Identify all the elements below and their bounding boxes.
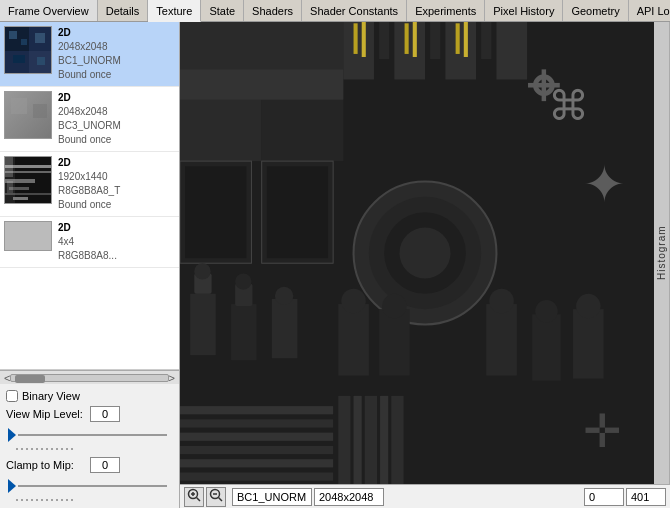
dot (66, 448, 68, 450)
svg-rect-66 (573, 309, 604, 378)
svg-rect-76 (365, 396, 377, 484)
texture-thumb-2 (4, 91, 52, 139)
tab-texture[interactable]: Texture (148, 0, 201, 22)
svg-rect-77 (380, 396, 388, 484)
svg-point-51 (194, 263, 210, 279)
svg-text:⌖: ⌖ (527, 55, 560, 117)
texture-info-4: 2D 4x4 R8G8B8A8... (58, 221, 117, 263)
histogram-sidebar: Histogram (654, 22, 670, 484)
texture-thumb-4 (4, 221, 52, 251)
texture-type-4: 2D (58, 221, 117, 235)
svg-rect-72 (180, 459, 333, 467)
hscroll-thumb[interactable] (15, 375, 45, 383)
tab-api-log[interactable]: API Log (629, 0, 670, 21)
svg-rect-59 (379, 309, 410, 375)
texture-format-2: BC3_UNORM (58, 119, 121, 133)
texture-size-1: 2048x2048 (58, 40, 121, 54)
svg-rect-18 (5, 193, 52, 195)
zoom-out-icon (209, 488, 223, 505)
svg-rect-10 (11, 98, 27, 114)
dot (31, 499, 33, 501)
clamp-to-mip-input[interactable] (90, 457, 120, 473)
svg-text:✛: ✛ (583, 406, 622, 457)
mip-level-slider[interactable] (8, 426, 171, 444)
mip-slider-handle[interactable] (8, 428, 16, 442)
svg-rect-11 (33, 104, 47, 118)
dot (36, 499, 38, 501)
svg-line-87 (219, 498, 223, 502)
texture-item-4[interactable]: 2D 4x4 R8G8B8A8... (0, 217, 179, 268)
svg-rect-6 (13, 55, 25, 63)
binary-view-text: Binary View (22, 390, 80, 402)
svg-rect-52 (231, 304, 257, 360)
svg-rect-49 (190, 294, 216, 355)
dot (41, 448, 43, 450)
status-bar: BC1_UNORM 2048x2048 0 401 (180, 484, 670, 508)
app-container: Frame Overview Details Texture State Sha… (0, 0, 670, 508)
dot (71, 499, 73, 501)
dot (26, 499, 28, 501)
binary-view-checkbox[interactable] (6, 390, 18, 402)
svg-rect-42 (185, 166, 246, 258)
texture-item-2[interactable]: 2D 2048x2048 BC3_UNORM Bound once (0, 87, 179, 152)
tab-shaders[interactable]: Shaders (244, 0, 302, 21)
binary-view-label[interactable]: Binary View (6, 390, 80, 402)
dot (61, 499, 63, 501)
tab-pixel-history[interactable]: Pixel History (485, 0, 563, 21)
zoom-out-button[interactable] (206, 487, 226, 507)
dot (51, 448, 53, 450)
texture-thumb-1 (4, 26, 52, 74)
svg-rect-33 (496, 22, 527, 79)
texture-list[interactable]: 2D 2048x2048 BC1_UNORM Bound once (0, 22, 179, 370)
clamp-slider[interactable] (8, 477, 171, 495)
svg-rect-70 (180, 433, 333, 441)
tab-experiments[interactable]: Experiments (407, 0, 485, 21)
view-mip-level-label: View Mip Level: (6, 408, 86, 420)
svg-rect-26 (262, 100, 344, 161)
zoom-in-button[interactable] (184, 487, 204, 507)
svg-line-84 (197, 498, 201, 502)
texture-format-4: R8G8B8A8... (58, 249, 117, 263)
tab-shader-constants[interactable]: Shader Constants (302, 0, 407, 21)
hscroll-track[interactable] (10, 374, 168, 382)
svg-rect-78 (391, 396, 403, 484)
texture-size-3: 1920x1440 (58, 170, 120, 184)
tab-geometry[interactable]: Geometry (563, 0, 628, 21)
tab-frame-overview[interactable]: Frame Overview (0, 0, 98, 21)
main-content: 2D 2048x2048 BC1_UNORM Bound once (0, 22, 670, 508)
texture-format-1: BC1_UNORM (58, 54, 121, 68)
clamp-to-mip-row: Clamp to Mip: (6, 457, 173, 473)
texture-bound-3: Bound once (58, 198, 120, 212)
mip-slider-dots (6, 445, 173, 453)
dot (26, 448, 28, 450)
status-x-coord: 0 (584, 488, 624, 506)
texture-list-scrollbar[interactable]: < > (0, 370, 179, 384)
svg-rect-55 (272, 299, 298, 358)
texture-viewer[interactable]: ⌘ (180, 22, 670, 484)
svg-rect-75 (354, 396, 362, 484)
dot (46, 499, 48, 501)
texture-item-3[interactable]: 2D 1920x1440 R8G8B8A8_T Bound once (0, 152, 179, 217)
svg-point-54 (235, 273, 251, 289)
tab-state[interactable]: State (201, 0, 244, 21)
texture-size-4: 4x4 (58, 235, 117, 249)
clamp-slider-handle[interactable] (8, 479, 16, 493)
dot (56, 499, 58, 501)
svg-point-67 (576, 294, 601, 319)
status-format: BC1_UNORM (232, 488, 312, 506)
dot (36, 448, 38, 450)
svg-point-48 (399, 227, 450, 278)
svg-rect-25 (180, 100, 262, 161)
svg-point-58 (341, 289, 366, 314)
svg-rect-38 (456, 23, 460, 54)
clamp-slider-dots (6, 496, 173, 504)
svg-rect-68 (180, 406, 333, 414)
svg-rect-34 (354, 23, 358, 54)
view-mip-level-input[interactable] (90, 406, 120, 422)
svg-rect-57 (338, 304, 369, 375)
dot (41, 499, 43, 501)
tab-details[interactable]: Details (98, 0, 149, 21)
dot (56, 448, 58, 450)
controls-area: Binary View View Mip Level: (0, 384, 179, 508)
texture-item-1[interactable]: 2D 2048x2048 BC1_UNORM Bound once (0, 22, 179, 87)
